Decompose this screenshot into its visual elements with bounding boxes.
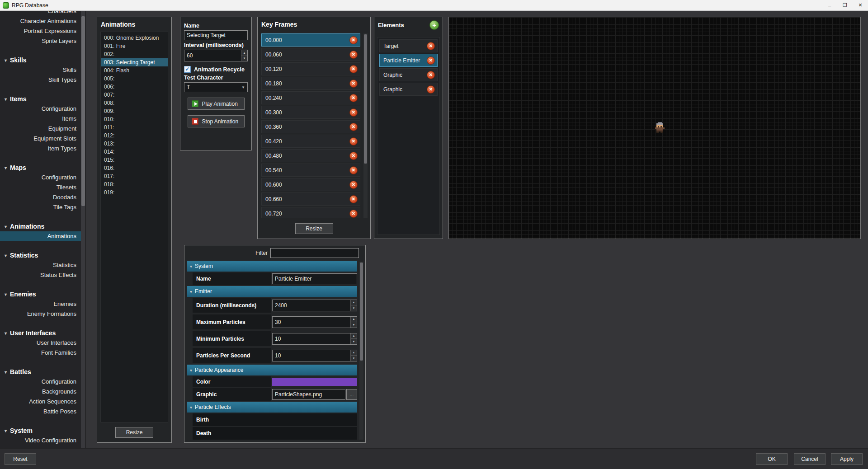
- sidebar-item-configuration[interactable]: Configuration: [0, 173, 85, 183]
- property-spinner[interactable]: ▲▼: [272, 333, 357, 345]
- play-animation-button[interactable]: Play Animation: [188, 98, 245, 110]
- minimize-button[interactable]: –: [822, 0, 837, 10]
- animation-list-item[interactable]: 011:: [101, 123, 168, 131]
- color-swatch[interactable]: [272, 378, 357, 386]
- sidebar-item-status-effects[interactable]: Status Effects: [0, 270, 85, 280]
- property-section-particle-appearance[interactable]: ▾Particle Appearance: [187, 365, 357, 375]
- spinner-down-icon[interactable]: ▼: [241, 56, 247, 61]
- delete-keyframe-button[interactable]: ✕: [349, 210, 358, 218]
- animation-list-item[interactable]: 007:: [101, 91, 168, 99]
- keyframe-row[interactable]: 00.060✕: [261, 48, 360, 61]
- sidebar-section-battles[interactable]: ▾Battles: [0, 367, 85, 377]
- sidebar-item-action-sequences[interactable]: Action Sequences: [0, 397, 85, 407]
- checkbox-check-icon[interactable]: ✓: [184, 66, 191, 73]
- spinner-up-icon[interactable]: ▲: [350, 350, 357, 356]
- keyframe-row[interactable]: 00.480✕: [261, 149, 360, 162]
- animation-recycle-row[interactable]: ✓ Animation Recycle: [184, 66, 248, 73]
- sidebar-section-system[interactable]: ▾System: [0, 426, 85, 436]
- maximize-button[interactable]: ❐: [837, 0, 853, 10]
- animation-list-item[interactable]: 016:: [101, 164, 168, 172]
- filter-input[interactable]: [270, 248, 359, 258]
- delete-keyframe-button[interactable]: ✕: [349, 65, 358, 73]
- spinner-input[interactable]: [272, 350, 357, 361]
- sidebar-item-characters[interactable]: Characters: [0, 11, 85, 16]
- element-row[interactable]: Particle Emitter✕: [379, 54, 438, 67]
- sidebar-item-backgrounds[interactable]: Backgrounds: [0, 387, 85, 397]
- property-group-birth[interactable]: Birth: [193, 413, 357, 426]
- keyframe-row[interactable]: 00.180✕: [261, 77, 360, 90]
- sidebar-section-animations[interactable]: ▾Animations: [0, 221, 85, 231]
- element-row[interactable]: Graphic✕: [379, 68, 438, 81]
- keyframe-row[interactable]: 00.660✕: [261, 192, 360, 206]
- property-spinner[interactable]: ▲▼: [272, 300, 357, 311]
- property-section-system[interactable]: ▾System: [187, 261, 357, 272]
- character-sprite[interactable]: [655, 122, 656, 123]
- animation-list-item[interactable]: 015:: [101, 156, 168, 164]
- animation-list-item[interactable]: 000: Gnome Explosion: [101, 34, 168, 42]
- add-element-button[interactable]: +: [429, 20, 439, 30]
- animation-list-item[interactable]: 014:: [101, 148, 168, 156]
- sidebar-item-statistics[interactable]: Statistics: [0, 260, 85, 270]
- animation-list-item[interactable]: 018:: [101, 180, 168, 188]
- stop-animation-button[interactable]: Stop Animation: [188, 115, 245, 127]
- delete-keyframe-button[interactable]: ✕: [349, 108, 358, 117]
- keyframe-row[interactable]: 00.360✕: [261, 120, 360, 133]
- sidebar-scrollbar-thumb[interactable]: [81, 16, 85, 206]
- spinner-up-icon[interactable]: ▲: [350, 300, 357, 306]
- keyframe-row[interactable]: 00.540✕: [261, 164, 360, 177]
- animation-list-item[interactable]: 002:: [101, 50, 168, 58]
- animation-name-input[interactable]: [184, 30, 248, 40]
- sidebar-item-configuration[interactable]: Configuration: [0, 377, 85, 387]
- key-frames-scrollbar[interactable]: [363, 33, 368, 218]
- delete-element-button[interactable]: ✕: [427, 85, 435, 94]
- delete-keyframe-button[interactable]: ✕: [349, 137, 358, 145]
- keyframe-row[interactable]: 00.420✕: [261, 135, 360, 148]
- animation-list-item[interactable]: 019:: [101, 188, 168, 197]
- sidebar-section-maps[interactable]: ▾Maps: [0, 163, 85, 173]
- property-group-death[interactable]: Death: [193, 427, 357, 440]
- reset-button[interactable]: Reset: [5, 453, 36, 465]
- keyframe-row[interactable]: 00.300✕: [261, 106, 360, 119]
- cancel-button[interactable]: Cancel: [794, 453, 826, 465]
- spinner-down-icon[interactable]: ▼: [350, 339, 357, 344]
- delete-keyframe-button[interactable]: ✕: [349, 195, 358, 203]
- sidebar-item-enemies[interactable]: Enemies: [0, 299, 85, 309]
- spinner-up-icon[interactable]: ▲: [241, 50, 247, 56]
- sidebar-item-character-animations[interactable]: Character Animations: [0, 16, 85, 26]
- sidebar-section-enemies[interactable]: ▾Enemies: [0, 289, 85, 299]
- spinner-down-icon[interactable]: ▼: [350, 305, 357, 311]
- spinner-down-icon[interactable]: ▼: [350, 356, 357, 361]
- delete-element-button[interactable]: ✕: [427, 42, 435, 50]
- delete-keyframe-button[interactable]: ✕: [349, 94, 358, 102]
- animation-list-item[interactable]: 012:: [101, 131, 168, 140]
- animation-list-item[interactable]: 009:: [101, 107, 168, 115]
- sidebar-item-portrait-expressions[interactable]: Portrait Expressions: [0, 26, 85, 36]
- sidebar-item-tilesets[interactable]: Tilesets: [0, 183, 85, 192]
- spinner-input[interactable]: [272, 300, 357, 311]
- sidebar-item-battle-poses[interactable]: Battle Poses: [0, 407, 85, 417]
- animations-resize-button[interactable]: Resize: [115, 427, 153, 438]
- sidebar-item-font-families[interactable]: Font Families: [0, 348, 85, 358]
- animation-list-item[interactable]: 005:: [101, 75, 168, 83]
- sidebar-item-skills[interactable]: Skills: [0, 65, 85, 75]
- animation-list-item[interactable]: 003: Selecting Target: [101, 58, 168, 66]
- interval-spinner[interactable]: ▲ ▼: [184, 50, 248, 61]
- spinner-input[interactable]: [272, 333, 357, 345]
- sidebar-item-sprite-layers[interactable]: Sprite Layers: [0, 36, 85, 46]
- animation-list-item[interactable]: 006:: [101, 83, 168, 91]
- delete-keyframe-button[interactable]: ✕: [349, 181, 358, 189]
- animation-list-item[interactable]: 008:: [101, 99, 168, 107]
- property-spinner[interactable]: ▲▼: [272, 350, 357, 361]
- delete-keyframe-button[interactable]: ✕: [349, 51, 358, 59]
- keyframe-row[interactable]: 00.000✕: [261, 33, 360, 47]
- sidebar-item-item-types[interactable]: Item Types: [0, 144, 85, 154]
- sidebar-item-user-interfaces[interactable]: User Interfaces: [0, 338, 85, 348]
- animation-list-item[interactable]: 001: Fire: [101, 42, 168, 50]
- element-row[interactable]: Target✕: [379, 39, 438, 52]
- file-path-input[interactable]: [272, 389, 345, 400]
- key-frames-scrollbar-thumb[interactable]: [364, 34, 367, 164]
- sidebar-item-animations[interactable]: Animations: [0, 231, 85, 241]
- property-grid-scrollbar[interactable]: [359, 262, 363, 440]
- test-character-select[interactable]: T ▼: [184, 82, 248, 92]
- animation-list-item[interactable]: 010:: [101, 115, 168, 123]
